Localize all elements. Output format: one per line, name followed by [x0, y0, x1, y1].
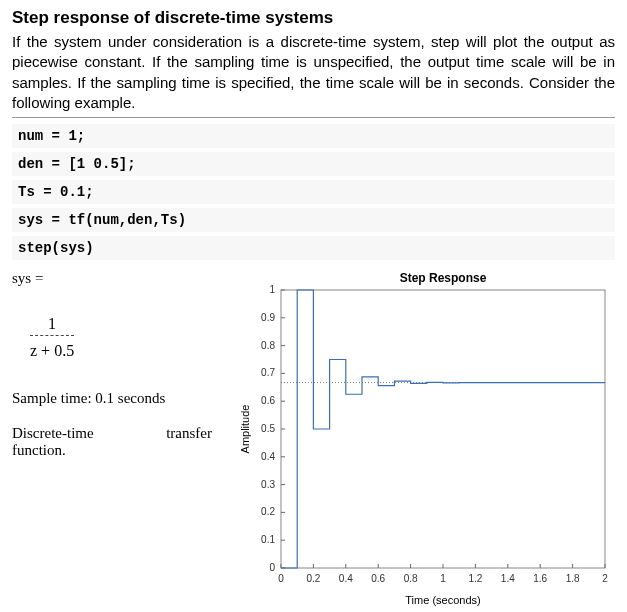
svg-text:0.8: 0.8 — [404, 573, 418, 584]
svg-text:1: 1 — [440, 573, 446, 584]
svg-text:0.5: 0.5 — [261, 423, 275, 434]
denominator: z + 0.5 — [30, 336, 74, 360]
code-line-tf: sys = tf(num,den,Ts) — [12, 208, 615, 232]
transfer-label: transfer — [166, 425, 212, 442]
code-line-step: step(sys) — [12, 236, 615, 260]
intro-paragraph: If the system under consideration is a d… — [12, 32, 615, 118]
svg-text:0.9: 0.9 — [261, 312, 275, 323]
text-output-column: sys = 1 z + 0.5 Sample time: 0.1 seconds… — [12, 270, 235, 610]
chart-svg: Step Response00.10.20.30.40.50.60.70.80.… — [235, 270, 615, 610]
svg-text:Amplitude: Amplitude — [239, 405, 251, 454]
svg-text:1.8: 1.8 — [566, 573, 580, 584]
step-response-chart: Step Response00.10.20.30.40.50.60.70.80.… — [235, 270, 615, 610]
dt-tf-line1: Discrete-time transfer — [12, 425, 212, 442]
numerator: 1 — [30, 315, 74, 335]
svg-text:0.4: 0.4 — [339, 573, 353, 584]
svg-text:0: 0 — [269, 562, 275, 573]
code-line-den: den = [1 0.5]; — [12, 152, 615, 176]
sys-equals: sys = — [12, 270, 235, 287]
transfer-fraction: 1 z + 0.5 — [30, 315, 74, 360]
dt-label: Discrete-time — [12, 425, 94, 442]
svg-text:1: 1 — [269, 284, 275, 295]
svg-text:0.1: 0.1 — [261, 534, 275, 545]
svg-text:0.3: 0.3 — [261, 479, 275, 490]
svg-text:2: 2 — [602, 573, 608, 584]
svg-text:0.6: 0.6 — [371, 573, 385, 584]
svg-text:0.7: 0.7 — [261, 367, 275, 378]
section-title: Step response of discrete-time systems — [12, 8, 615, 28]
svg-text:Step Response: Step Response — [400, 271, 487, 285]
svg-text:0.4: 0.4 — [261, 451, 275, 462]
svg-text:Time (seconds): Time (seconds) — [405, 594, 480, 606]
svg-text:1.2: 1.2 — [468, 573, 482, 584]
code-line-ts: Ts = 0.1; — [12, 180, 615, 204]
svg-text:1.6: 1.6 — [533, 573, 547, 584]
svg-text:0.8: 0.8 — [261, 340, 275, 351]
svg-text:1.4: 1.4 — [501, 573, 515, 584]
dt-tf-line2: function. — [12, 442, 235, 459]
code-line-num: num = 1; — [12, 124, 615, 148]
svg-text:0.2: 0.2 — [261, 506, 275, 517]
sample-time-text: Sample time: 0.1 seconds — [12, 390, 235, 407]
svg-text:0: 0 — [278, 573, 284, 584]
svg-text:0.2: 0.2 — [306, 573, 320, 584]
svg-text:0.6: 0.6 — [261, 395, 275, 406]
